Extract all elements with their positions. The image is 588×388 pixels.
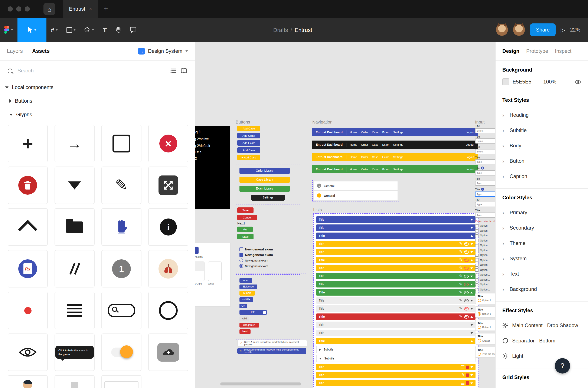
style-item[interactable]: ›Subtitle	[502, 123, 581, 138]
avatar[interactable]	[496, 24, 508, 36]
edit-icon[interactable]	[459, 282, 462, 286]
color-hex-value[interactable]: E5E5E5	[512, 79, 540, 85]
visibility-icon[interactable]	[464, 242, 469, 245]
list-row[interactable]: Title	[316, 330, 476, 336]
component-text-bar[interactable]: Text	[54, 375, 95, 388]
horizontal-scrollbar[interactable]	[220, 383, 301, 386]
component-button[interactable]: Add Order	[237, 133, 260, 138]
checkbox-icon[interactable]	[475, 244, 478, 247]
nav-item[interactable]: Settings	[393, 155, 403, 158]
breadcrumb-folder[interactable]: Drafts	[273, 27, 288, 33]
share-button[interactable]: Share	[530, 24, 556, 36]
checkbox-option[interactable]: Option	[475, 239, 496, 242]
nav-item[interactable]: Order	[361, 155, 368, 158]
collaborator-2[interactable]	[513, 24, 525, 36]
chevron-up-icon[interactable]	[470, 259, 473, 261]
component-arrow-right[interactable]: →	[54, 125, 95, 162]
hand-tool-button[interactable]	[111, 18, 126, 42]
chevron-down-icon[interactable]	[470, 267, 473, 269]
delete-icon[interactable]	[466, 366, 469, 369]
canvas[interactable]: ding 1ding 2/activeding 2/defaultTITLE 1…	[195, 42, 496, 388]
menu-row[interactable]: 1 General	[314, 181, 398, 190]
list-row[interactable]: Title	[316, 216, 476, 223]
chevron-up-icon[interactable]	[470, 291, 473, 293]
input-card[interactable]: Title Answer	[475, 333, 496, 344]
list-row[interactable]: Subtitle	[316, 346, 476, 353]
pill-button[interactable]: Video	[239, 278, 252, 283]
tree-buttons-group[interactable]: Buttons	[0, 94, 195, 108]
text-tool-button[interactable]: T	[99, 18, 111, 42]
component-search-pill[interactable]	[102, 292, 141, 329]
help-button[interactable]: ?	[555, 358, 570, 373]
component-button[interactable]: Exam Library	[239, 186, 290, 192]
component-plus[interactable]: +	[8, 125, 48, 162]
style-item[interactable]: ›Heading	[502, 107, 581, 123]
style-item[interactable]: Main Content - Drop Shadow	[502, 318, 581, 333]
visibility-eye-icon[interactable]	[574, 79, 581, 84]
edit-icon[interactable]	[459, 299, 462, 302]
component-toggle[interactable]	[102, 334, 141, 371]
input-card[interactable]: Title Option 1	[475, 320, 496, 331]
component-dot[interactable]	[8, 292, 48, 329]
present-play-icon[interactable]: ▷	[561, 27, 565, 33]
pill-button[interactable]: subtitle	[239, 297, 253, 302]
list-row[interactable]: Title	[316, 364, 476, 370]
nav-item[interactable]: Exam	[382, 131, 389, 134]
visibility-icon[interactable]	[464, 274, 469, 278]
list-row[interactable]: Title	[316, 305, 476, 312]
checkbox-icon[interactable]	[475, 249, 478, 252]
list-row[interactable]: Title	[316, 281, 476, 288]
style-item[interactable]: Separator - Bottom	[502, 333, 581, 348]
library-book-icon[interactable]	[181, 68, 187, 73]
move-tool-button[interactable]	[18, 18, 47, 42]
chevron-down-icon[interactable]	[470, 219, 473, 220]
close-window-button[interactable]	[8, 6, 13, 11]
component-upload[interactable]	[148, 334, 188, 371]
visibility-icon[interactable]	[464, 250, 469, 254]
list-row[interactable]: Title	[316, 233, 476, 239]
shape-tool-button[interactable]	[62, 18, 80, 42]
checkbox-option[interactable]: New general exam	[239, 247, 303, 251]
library-selector[interactable]: → Design System	[138, 48, 188, 54]
edit-icon[interactable]	[459, 274, 462, 278]
radio-option[interactable]: New general exam	[239, 264, 303, 268]
lists-panel[interactable]: Title Title Title Title Title Title Titl…	[313, 213, 479, 388]
chevron-down-icon[interactable]	[470, 332, 473, 334]
document-tab[interactable]: Entrust ×	[63, 0, 98, 18]
pen-tool-button[interactable]	[80, 18, 99, 42]
swatch-card[interactable]	[195, 262, 205, 281]
checkbox-icon[interactable]	[475, 229, 478, 232]
nav-item[interactable]: Case	[372, 143, 378, 146]
edit-icon[interactable]	[459, 242, 462, 246]
checkbox-icon[interactable]	[475, 254, 478, 257]
list-row[interactable]: Title	[316, 380, 476, 386]
information-swatch[interactable]	[195, 247, 199, 254]
component-button[interactable]: Order Library	[239, 168, 290, 174]
checkbox-option[interactable]: Option	[475, 254, 496, 257]
style-item[interactable]: ›Theme	[502, 236, 581, 251]
input-card[interactable]: Title Type the answer	[475, 346, 496, 358]
checkbox-icon[interactable]	[239, 253, 243, 257]
radio-option[interactable]: Option 1	[475, 273, 496, 276]
radio-icon[interactable]	[475, 273, 478, 276]
new-tab-button[interactable]: +	[104, 5, 108, 13]
visibility-hidden-icon[interactable]	[464, 267, 469, 270]
chevron-up-icon[interactable]	[470, 316, 473, 317]
chevron-up-icon[interactable]	[470, 340, 473, 342]
tab-layers[interactable]: Layers	[7, 48, 23, 54]
input-card[interactable]: Title Option 1	[475, 293, 496, 304]
drag-handle-icon[interactable]	[461, 365, 464, 368]
component-lungs[interactable]	[148, 250, 188, 288]
chevron-down-icon[interactable]	[470, 366, 473, 368]
component-pencil[interactable]: ✎	[102, 167, 141, 204]
component-button[interactable]: Add Case	[237, 126, 260, 131]
component-square[interactable]	[102, 125, 141, 162]
breadcrumb-file[interactable]: Entrust	[295, 27, 312, 33]
pill-button[interactable]: dangerous	[239, 323, 259, 328]
list-row[interactable]: Title	[316, 249, 476, 255]
zoom-menu[interactable]: 22%	[570, 27, 582, 33]
opacity-value[interactable]: 100%	[543, 79, 571, 85]
chevron-down-icon[interactable]	[470, 251, 473, 253]
chevron-down-icon[interactable]	[470, 308, 473, 309]
delete-icon[interactable]	[466, 374, 469, 377]
